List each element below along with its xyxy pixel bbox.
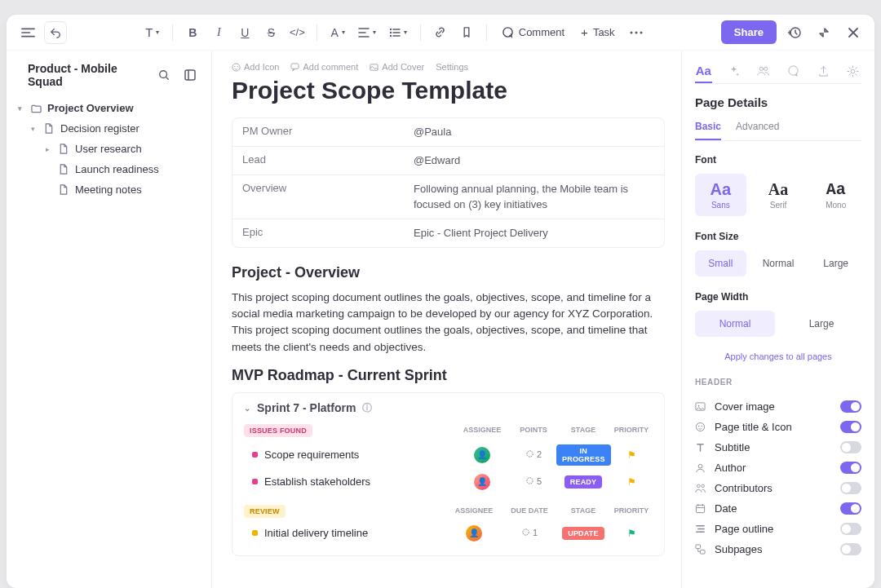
toolbar-divider: [172, 24, 173, 41]
page-width-label: Page Width: [695, 291, 861, 303]
font-size-option[interactable]: Small: [695, 250, 746, 276]
svg-point-0: [390, 28, 392, 29]
doc-settings-action[interactable]: Settings: [436, 62, 468, 72]
sub-tab-advanced[interactable]: Advanced: [736, 121, 779, 140]
heading-roadmap[interactable]: MVP Roadmap - Current Sprint: [232, 367, 665, 384]
collapse-icon[interactable]: [812, 21, 835, 44]
setting-row: Page outline: [695, 519, 861, 539]
toggle[interactable]: [840, 523, 861, 535]
task-row[interactable]: Initial delivery timeline 👤 1 UPDATE ⚑: [244, 521, 653, 546]
flag-icon[interactable]: ⚑: [627, 476, 636, 488]
text-color-button[interactable]: A▾: [325, 21, 349, 44]
sidebar-title: Product - Mobile Squad: [28, 62, 153, 88]
add-comment-action[interactable]: Add comment: [290, 62, 358, 72]
task-title: Establish stakeholders: [264, 475, 370, 488]
col-header: STAGE: [556, 506, 610, 515]
avatar[interactable]: 👤: [474, 447, 490, 463]
meta-row[interactable]: Lead@Edward: [232, 147, 664, 175]
flag-icon[interactable]: ⚑: [627, 528, 636, 539]
text-style-button[interactable]: T ▾: [140, 21, 164, 44]
col-header: STAGE: [556, 426, 610, 434]
task-button[interactable]: + Task: [574, 22, 622, 42]
bold-button[interactable]: B: [181, 21, 204, 44]
toggle[interactable]: [840, 482, 861, 494]
setting-row: Page title & Icon: [695, 417, 861, 437]
add-icon-action[interactable]: Add Icon: [232, 62, 279, 72]
stage-pill[interactable]: READY: [564, 475, 603, 489]
link-button[interactable]: [429, 21, 452, 44]
toggle[interactable]: [840, 502, 861, 515]
sidebar-item[interactable]: ▾Decision register: [13, 118, 205, 139]
page-width-option[interactable]: Normal: [695, 311, 775, 337]
sidebar-item[interactable]: ▾Project Overview: [13, 98, 205, 118]
panel-tab-typography[interactable]: Aa: [695, 59, 712, 83]
avatar[interactable]: 👤: [466, 525, 482, 542]
italic-button[interactable]: I: [207, 21, 230, 44]
meta-row[interactable]: PM Owner@Paula: [232, 118, 664, 147]
more-icon[interactable]: [625, 21, 648, 44]
meta-row[interactable]: EpicEpic - Client Project Delivery: [232, 219, 664, 247]
panel-tab-magic[interactable]: [725, 59, 742, 83]
task-row[interactable]: Establish stakeholders 👤 5 READY ⚑: [244, 470, 653, 494]
font-option[interactable]: AaMono: [810, 174, 861, 216]
svg-point-17: [523, 529, 529, 535]
toggle[interactable]: [840, 441, 861, 453]
doc-icon: [44, 123, 55, 134]
panel-tab-settings[interactable]: [844, 59, 861, 83]
history-icon[interactable]: [783, 21, 806, 44]
share-button[interactable]: Share: [721, 20, 777, 44]
svg-point-5: [635, 31, 637, 33]
sidebar-layout-icon[interactable]: [179, 64, 201, 86]
info-icon[interactable]: ⓘ: [362, 401, 372, 415]
list-button[interactable]: ▾: [384, 21, 412, 44]
sidebar-item[interactable]: Launch readiness: [13, 159, 205, 179]
sidebar-item[interactable]: Meeting notes: [13, 179, 205, 200]
align-button[interactable]: ▾: [353, 21, 381, 44]
font-size-option[interactable]: Large: [810, 250, 861, 276]
sprint-header[interactable]: ⌄ Sprint 7 - Platform ⓘ: [244, 401, 653, 415]
heading-overview[interactable]: Project - Overview: [232, 264, 665, 281]
panel-tab-people[interactable]: [755, 59, 772, 83]
text-icon: [695, 442, 706, 453]
close-icon[interactable]: [842, 21, 865, 44]
toggle[interactable]: [840, 400, 861, 413]
panel-tab-export[interactable]: [815, 59, 832, 83]
sidebar-item[interactable]: ▸User research: [13, 139, 205, 159]
toggle[interactable]: [840, 462, 861, 474]
meta-row[interactable]: OverviewFollowing annual planning, the M…: [232, 175, 664, 219]
font-option[interactable]: AaSans: [695, 174, 746, 216]
svg-point-23: [698, 405, 700, 407]
font-size-option[interactable]: Normal: [753, 250, 804, 276]
page-width-option[interactable]: Large: [781, 311, 861, 337]
font-label: Font: [695, 154, 861, 166]
stage-pill[interactable]: UPDATE: [562, 527, 604, 540]
panel-tab-comments[interactable]: [785, 59, 802, 83]
user-icon: [695, 462, 706, 473]
font-option[interactable]: AaSerif: [753, 174, 804, 216]
apply-all-link[interactable]: Apply changes to all pages: [695, 351, 861, 361]
sub-tab-basic[interactable]: Basic: [695, 121, 721, 140]
code-button[interactable]: </>: [286, 21, 308, 44]
stage-pill[interactable]: IN PROGRESS: [556, 444, 611, 466]
toolbar-divider: [420, 24, 421, 41]
task-row[interactable]: Scope requirements 👤 2 IN PROGRESS ⚑: [244, 440, 653, 470]
underline-button[interactable]: U: [233, 21, 256, 44]
doc-title[interactable]: Project Scope Template: [232, 77, 665, 104]
menu-icon[interactable]: [16, 21, 39, 44]
add-cover-action[interactable]: Add Cover: [370, 62, 424, 72]
comment-button[interactable]: Comment: [495, 23, 571, 42]
sidebar-search-icon[interactable]: [153, 64, 175, 86]
setting-row: Subpages: [695, 539, 861, 559]
meta-key: Lead: [232, 147, 404, 175]
paragraph[interactable]: This project scoping document outlines t…: [232, 290, 665, 356]
toolbar-divider: [486, 24, 487, 41]
flag-icon[interactable]: ⚑: [627, 449, 636, 461]
toggle[interactable]: [840, 543, 861, 555]
undo-icon[interactable]: [44, 21, 67, 44]
setting-label: Page title & Icon: [715, 421, 792, 433]
bookmark-button[interactable]: [455, 21, 478, 44]
avatar[interactable]: 👤: [474, 474, 490, 490]
bullet-icon: [252, 530, 258, 536]
toggle[interactable]: [840, 421, 861, 433]
strike-button[interactable]: S: [259, 21, 282, 44]
